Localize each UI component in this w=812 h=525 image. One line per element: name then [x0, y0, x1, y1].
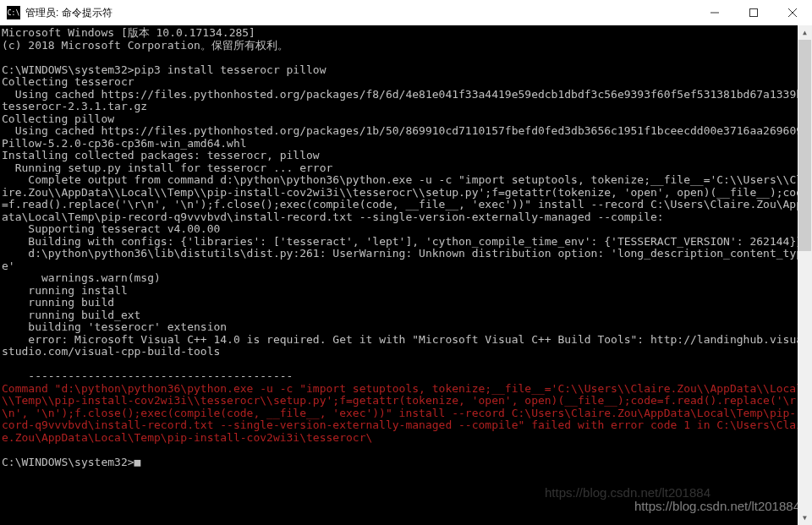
- window-titlebar: C:\ 管理员: 命令提示符: [0, 0, 812, 25]
- window-buttons: [695, 0, 812, 25]
- terminal-line: warnings.warn(msg): [2, 271, 161, 284]
- terminal-line: Complete output from command d:\python\p…: [2, 173, 809, 223]
- terminal-line: d:\python\python36\lib\distutils\dist.py…: [2, 247, 803, 272]
- terminal-line: running install: [2, 284, 128, 297]
- terminal-line: Microsoft Windows [版本 10.0.17134.285]: [2, 26, 255, 39]
- svg-rect-1: [750, 9, 758, 17]
- terminal-line: running build: [2, 296, 114, 309]
- scrollbar[interactable]: ▲ ▼: [798, 25, 812, 525]
- scroll-track[interactable]: [798, 40, 812, 511]
- terminal-line: building 'tesserocr' extension: [2, 320, 227, 333]
- terminal-line: Supporting tesseract v4.00.00: [2, 222, 220, 235]
- terminal-line: Using cached https://files.pythonhosted.…: [2, 88, 809, 113]
- terminal-line: C:\WINDOWS\system32>■: [2, 456, 140, 468]
- scroll-down-button[interactable]: ▼: [798, 511, 812, 525]
- terminal-line: Collecting pillow: [2, 112, 114, 125]
- scroll-thumb[interactable]: [798, 40, 811, 251]
- terminal-line: running build_ext: [2, 309, 140, 321]
- cmd-icon: C:\: [7, 6, 20, 19]
- maximize-button[interactable]: [734, 0, 773, 25]
- close-button[interactable]: [773, 0, 812, 25]
- terminal-line: Running setup.py install for tesserocr .…: [2, 161, 332, 174]
- scroll-up-button[interactable]: ▲: [798, 25, 812, 40]
- terminal-line: ----------------------------------------: [2, 369, 293, 382]
- terminal-line: error: Microsoft Visual C++ 14.0 is requ…: [2, 333, 809, 358]
- terminal-line: Building with configs: {'libraries': ['t…: [2, 235, 803, 248]
- terminal-line: Command "d:\python\python36\python.exe -…: [2, 382, 809, 444]
- terminal-line: Installing collected packages: tesserocr…: [2, 149, 320, 161]
- window-title: 管理员: 命令提示符: [25, 6, 112, 20]
- terminal-line: C:\WINDOWS\system32>pip3 install tessero…: [2, 63, 326, 76]
- minimize-button[interactable]: [695, 0, 734, 25]
- terminal-output[interactable]: Microsoft Windows [版本 10.0.17134.285] (c…: [0, 25, 812, 525]
- terminal-line: Using cached https://files.pythonhosted.…: [2, 124, 809, 150]
- terminal-line: (c) 2018 Microsoft Corporation。保留所有权利。: [2, 39, 288, 52]
- terminal-line: Collecting tesserocr: [2, 75, 134, 88]
